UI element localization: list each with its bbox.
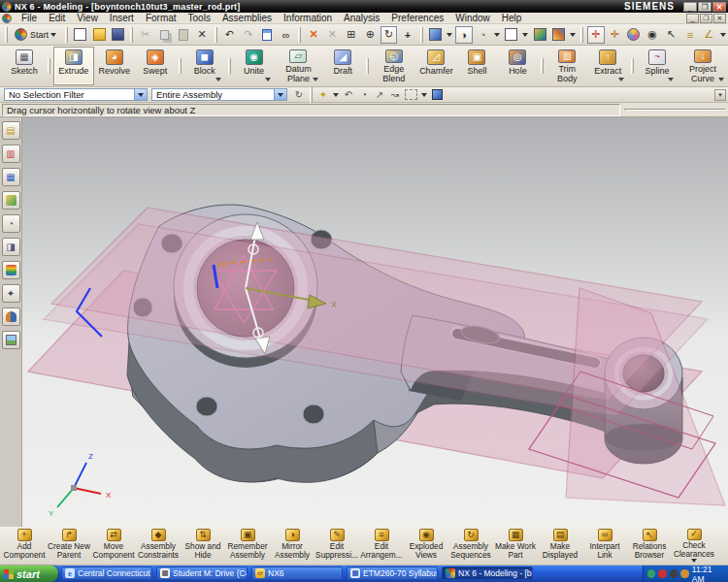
globe-icon[interactable]: ◔ — [356, 88, 372, 102]
part-navigator-tab[interactable]: ▦ — [2, 168, 20, 186]
paste-icon[interactable] — [175, 26, 191, 44]
tray-icon-dark[interactable] — [670, 569, 678, 578]
menu-tools[interactable]: Tools — [182, 13, 216, 24]
create-new-parent-button[interactable]: ↱Create New Parent — [47, 527, 91, 564]
spline-button[interactable]: ~ Spline — [637, 47, 678, 85]
zoom-icon[interactable]: ⊕ — [362, 26, 379, 44]
make-displayed-button[interactable]: ▤Make Displayed — [538, 527, 582, 564]
menu-format[interactable]: Format — [140, 13, 182, 24]
chamfer-button[interactable]: ◿ Chamfer — [415, 47, 456, 85]
measure-icon[interactable]: ≡ — [681, 26, 698, 44]
combo-dropdown-button[interactable] — [134, 89, 147, 100]
toolbar-grip[interactable] — [65, 27, 68, 43]
sketch-button[interactable]: ▦ Sketch — [4, 47, 45, 85]
rotate-view-icon[interactable]: ↻ — [381, 26, 397, 44]
toolbar-overflow-icon[interactable] — [720, 33, 726, 37]
toolbar-grip[interactable] — [310, 87, 313, 103]
highlight-icon[interactable]: ✦ — [315, 88, 331, 102]
menu-edit[interactable]: Edit — [43, 13, 71, 24]
mdi-minimize-button[interactable]: _ — [686, 14, 699, 23]
menu-assemblies[interactable]: Assemblies — [216, 13, 278, 24]
tray-icon-green[interactable] — [647, 569, 655, 578]
exploded-views-button[interactable]: ◉Exploded Views — [404, 527, 448, 564]
minimize-button[interactable]: _ — [683, 2, 697, 12]
add-component-button[interactable]: +Add Component — [2, 527, 47, 564]
interpart-link-button[interactable]: ∞Interpart Link — [582, 527, 627, 564]
shaded-view-icon[interactable] — [427, 26, 444, 44]
remember-assembly-button[interactable]: ▣Remember Assembly — [225, 527, 270, 564]
toolbar-grip[interactable] — [130, 27, 133, 43]
pan-icon[interactable]: + — [399, 26, 415, 44]
toolbar-grip[interactable] — [228, 58, 231, 74]
copy-icon[interactable] — [156, 26, 173, 44]
up-level-icon[interactable]: ↗ — [372, 88, 387, 102]
shaded-with-edges-icon[interactable]: ◑ — [455, 26, 472, 44]
assembly-sequences-button[interactable]: ↻Assembly Sequences — [448, 527, 493, 564]
edge-blend-button[interactable]: ◵ Edge Blend — [372, 47, 415, 85]
edit-suppression-button[interactable]: ✎Edit Suppressi... — [314, 527, 359, 564]
roles-tab[interactable] — [2, 307, 20, 326]
assembly-navigator-tab[interactable]: ▤ — [2, 121, 20, 140]
unite-button[interactable]: ◉ Unite — [234, 47, 275, 85]
snap-point-icon[interactable]: ◉ — [644, 26, 660, 44]
mdi-restore-button[interactable]: ❐ — [700, 14, 712, 23]
assembly-constraints-button[interactable]: ◆Assembly Constraints — [136, 527, 181, 564]
dropdown-arrow-icon[interactable] — [668, 78, 674, 81]
fit-view-icon[interactable]: ✕ — [305, 26, 321, 44]
check-clearances-button[interactable]: ✓Check Clearances — [672, 527, 716, 564]
dropdown-arrow-icon[interactable] — [691, 559, 697, 563]
constraint-navigator-tab[interactable]: ▥ — [2, 145, 20, 163]
background-color-icon[interactable] — [503, 26, 519, 44]
toolbar-grip[interactable] — [631, 58, 634, 74]
face-analysis-icon[interactable]: ◔ — [475, 26, 491, 44]
chevron-down-icon[interactable] — [494, 33, 500, 37]
angle-icon[interactable]: ∠ — [701, 26, 717, 44]
toolbar-grip[interactable] — [48, 58, 50, 74]
draft-button[interactable]: ◢ Draft — [322, 47, 363, 85]
new-icon[interactable] — [72, 26, 88, 44]
selection-filter-combo[interactable]: No Selection Filter — [4, 88, 148, 101]
dropdown-arrow-icon[interactable] — [265, 78, 271, 81]
history-tab[interactable]: ◔ — [2, 214, 20, 233]
isometric-view-icon[interactable] — [531, 26, 547, 44]
reset-filter-icon[interactable]: ↻ — [291, 88, 307, 102]
delete-icon[interactable]: ✕ — [193, 26, 210, 44]
process-studio-tab[interactable]: ✦ — [2, 284, 20, 303]
menu-window[interactable]: Window — [449, 13, 496, 24]
toolbar-overflow-button[interactable]: ▾ — [714, 89, 726, 101]
select-arrow-icon[interactable]: ↖ — [663, 26, 679, 44]
copy-display-icon[interactable] — [259, 26, 276, 44]
save-icon[interactable] — [110, 26, 126, 44]
toolbar-grip[interactable] — [420, 27, 423, 43]
toolbar-grip[interactable] — [5, 27, 8, 43]
undo-icon[interactable]: ↶ — [221, 26, 238, 44]
scenes-tab[interactable] — [2, 331, 20, 349]
menu-preferences[interactable]: Preferences — [385, 13, 449, 24]
marquee-icon[interactable] — [405, 89, 417, 100]
dropdown-arrow-icon[interactable] — [718, 78, 724, 81]
material-palette-icon[interactable] — [625, 26, 642, 44]
revolve-button[interactable]: ◕ Revolve — [94, 47, 135, 85]
hole-button[interactable]: ◎ Hole — [497, 47, 538, 85]
solid-body-icon[interactable] — [429, 88, 445, 102]
curve-rule-icon[interactable]: ↝ — [387, 88, 403, 102]
show-and-hide-button[interactable]: ⇅Show and Hide — [181, 527, 225, 564]
menu-information[interactable]: Information — [278, 13, 338, 24]
zoom-box-icon[interactable]: ⊞ — [343, 26, 359, 44]
orient-view-icon[interactable]: ✛ — [587, 26, 604, 44]
menu-help[interactable]: Help — [496, 13, 528, 24]
menu-view[interactable]: View — [71, 13, 104, 24]
toolbar-grip[interactable] — [298, 27, 301, 43]
graphics-window[interactable]: ZC X X — [22, 117, 728, 527]
relations-browser-button[interactable]: ↖Relations Browser — [627, 527, 672, 564]
toolbar-grip[interactable] — [215, 27, 217, 43]
tray-icon-red[interactable] — [658, 569, 666, 578]
tray-icon-gold[interactable] — [680, 569, 688, 578]
chevron-down-icon[interactable] — [421, 93, 427, 97]
datum-plane-button[interactable]: ▱ Datum Plane — [275, 47, 323, 85]
project-curve-button[interactable]: ↓ Project Curve — [678, 47, 728, 85]
edit-arrangement-button[interactable]: ≡Edit Arrangem... — [359, 527, 404, 564]
taskbar-task-nx6-folder[interactable]: ▱ NX6 — [251, 566, 343, 580]
taskbar-task-ie[interactable]: e Central Connecticut S... — [61, 566, 152, 580]
combo-dropdown-button[interactable] — [274, 89, 286, 100]
